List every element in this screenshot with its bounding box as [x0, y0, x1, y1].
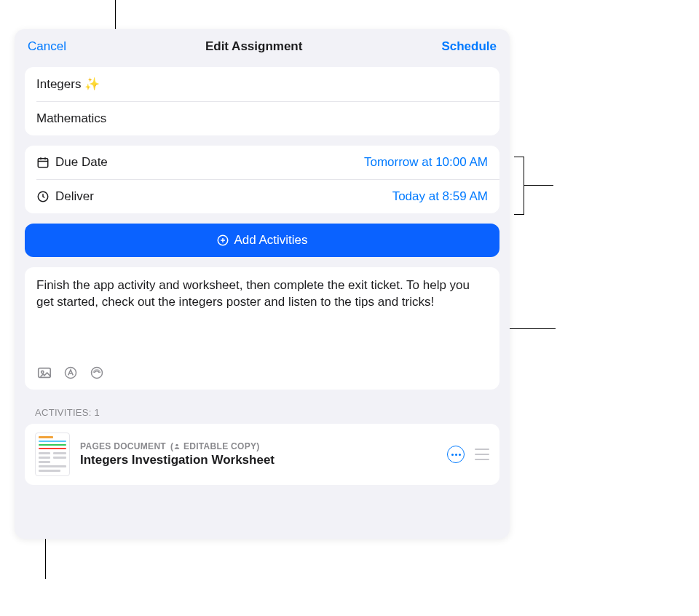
instructions-textarea[interactable]: Finish the app activity and worksheet, t… [36, 277, 488, 311]
instructions-card: Finish the app activity and worksheet, t… [25, 267, 499, 390]
callout-bracket-right [514, 157, 524, 215]
due-date-label: Due Date [55, 155, 108, 170]
instructions-toolbar [36, 365, 488, 381]
schedule-button[interactable]: Schedule [441, 39, 497, 54]
add-activities-button[interactable]: Add Activities [25, 224, 499, 257]
due-date-value[interactable]: Tomorrow at 10:00 AM [364, 155, 488, 170]
photo-icon[interactable] [36, 365, 52, 381]
activity-badge: ( EDITABLE COPY) [170, 441, 260, 451]
markup-icon[interactable] [63, 365, 79, 381]
assignment-class-input[interactable]: Mathematics [25, 102, 499, 135]
due-date-row[interactable]: Due Date Tomorrow at 10:00 AM [25, 146, 499, 179]
cancel-button[interactable]: Cancel [28, 39, 66, 54]
more-button[interactable] [447, 446, 465, 463]
activity-meta: PAGES DOCUMENT ( EDITABLE COPY) [80, 441, 437, 451]
title-card: Integers ✨ Mathematics [25, 67, 499, 135]
clock-icon [36, 190, 50, 203]
schedule-card: Due Date Tomorrow at 10:00 AM Deliver To… [25, 146, 499, 213]
activity-type: PAGES DOCUMENT [80, 441, 166, 451]
calendar-icon [36, 156, 50, 169]
activity-item[interactable]: PAGES DOCUMENT ( EDITABLE COPY) Integers… [25, 424, 499, 485]
activity-thumbnail [35, 433, 70, 476]
assignment-title-input[interactable]: Integers ✨ [25, 67, 499, 101]
svg-point-12 [176, 444, 178, 446]
audio-icon[interactable] [89, 365, 105, 381]
add-activities-label: Add Activities [234, 233, 307, 248]
ellipsis-icon [451, 454, 461, 456]
callout-line-right [524, 185, 553, 186]
deliver-label: Deliver [55, 189, 94, 204]
activity-text-block: PAGES DOCUMENT ( EDITABLE COPY) Integers… [80, 441, 437, 467]
activity-title: Integers Investigation Worksheet [80, 453, 437, 467]
drag-handle-icon[interactable] [475, 449, 489, 460]
page-title: Edit Assignment [205, 39, 303, 54]
edit-assignment-panel: Cancel Edit Assignment Schedule Integers… [15, 29, 510, 539]
nav-bar: Cancel Edit Assignment Schedule [15, 29, 510, 64]
svg-point-11 [92, 368, 103, 379]
deliver-row[interactable]: Deliver Today at 8:59 AM [25, 180, 499, 213]
activity-actions [447, 446, 489, 463]
deliver-value[interactable]: Today at 8:59 AM [392, 189, 488, 204]
plus-circle-icon [216, 234, 229, 247]
svg-rect-0 [38, 159, 48, 167]
activities-section-header: ACTIVITIES: 1 [35, 407, 489, 418]
svg-point-9 [42, 371, 44, 373]
